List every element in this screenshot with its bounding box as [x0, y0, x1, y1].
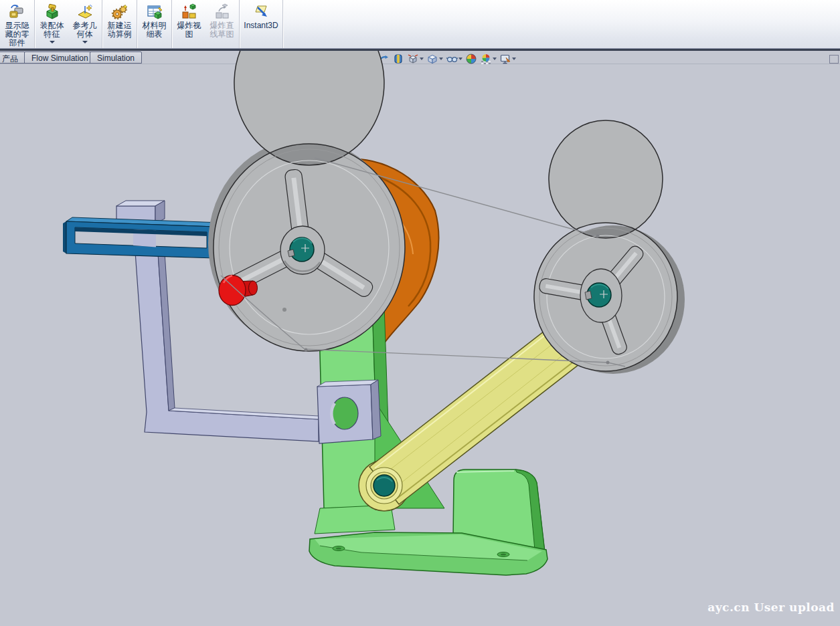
group-instant3d: Instant3D — [240, 0, 283, 48]
graphics-viewport[interactable]: ayc.cn User upload — [0, 51, 840, 626]
button-label: 新建运动算例 — [106, 21, 134, 39]
show-hidden-components-icon — [9, 3, 26, 21]
reference-geometry-icon — [76, 3, 94, 21]
button-label: 爆炸直线草图 — [208, 21, 236, 39]
show-hidden-components-button[interactable]: 显示隐藏的零部件 — [1, 0, 33, 48]
new-motion-study-icon — [111, 3, 129, 21]
bill-of-materials-button[interactable]: 材料明细表 — [138, 0, 171, 48]
bill-of-materials-icon — [146, 3, 163, 21]
assembly-features-icon — [44, 3, 61, 21]
button-label: 爆炸视图 — [175, 21, 203, 39]
command-manager-toolbar: 显示隐藏的零部件 装配体特征 — [0, 0, 840, 49]
button-label: 参考几何体 — [71, 21, 99, 39]
exploded-view-icon — [181, 3, 198, 21]
right-pulley-part[interactable] — [534, 120, 685, 374]
instant3d-icon — [252, 3, 270, 21]
group-bom: 材料明细表 — [137, 0, 172, 48]
button-label: 显示隐藏的零部件 — [3, 21, 31, 47]
dropdown-caret-icon[interactable] — [82, 41, 88, 43]
assembly-model — [0, 51, 840, 626]
exploded-view-button[interactable]: 爆炸视图 — [173, 0, 205, 48]
assembly-features-button[interactable]: 装配体特征 — [35, 0, 68, 48]
slotted-link-part[interactable] — [63, 217, 222, 258]
button-label: 装配体特征 — [38, 21, 66, 39]
group-components: 显示隐藏的零部件 — [0, 0, 35, 48]
group-assembly: 装配体特征 参考几何体 — [35, 0, 102, 48]
group-explode: 爆炸视图 爆炸直线草图 — [172, 0, 240, 48]
instant3d-button[interactable]: Instant3D — [240, 0, 282, 48]
solidworks-window: 显示隐藏的零部件 装配体特征 — [0, 0, 840, 626]
left-pulley-part[interactable] — [208, 51, 405, 351]
dropdown-caret-icon[interactable] — [50, 41, 55, 43]
yoke-plate-hole — [331, 397, 358, 429]
button-label: Instant3D — [241, 21, 281, 30]
explode-line-sketch-button[interactable]: 爆炸直线草图 — [205, 0, 238, 48]
explode-line-sketch-icon — [214, 3, 231, 21]
watermark: ayc.cn User upload — [707, 601, 835, 614]
vertex-marker — [282, 308, 286, 312]
group-motion: 新建运动算例 — [102, 0, 137, 48]
reference-geometry-button[interactable]: 参考几何体 — [68, 0, 101, 48]
button-label: 材料明细表 — [141, 21, 169, 39]
new-motion-study-button[interactable]: 新建运动算例 — [103, 0, 136, 48]
